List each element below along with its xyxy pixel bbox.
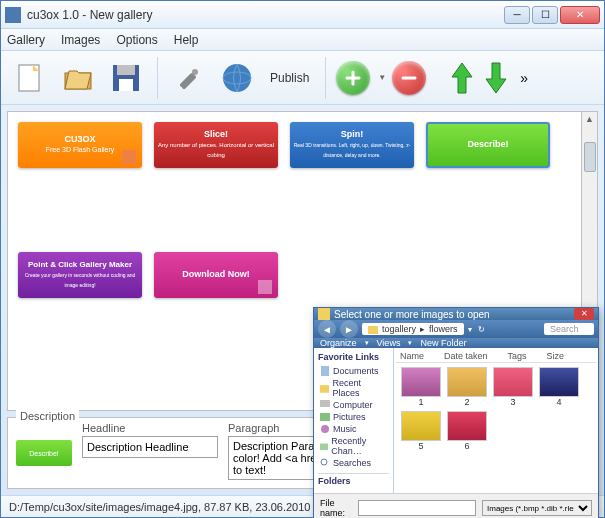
app-window: cu3ox 1.0 - New gallery ─ ☐ ✕ Gallery Im… <box>0 0 605 518</box>
app-icon <box>5 7 21 23</box>
move-up-button[interactable] <box>448 59 476 97</box>
file-open-dialog: Select one or more images to open ✕ ◄ ► … <box>313 307 599 518</box>
titlebar: cu3ox 1.0 - New gallery ─ ☐ ✕ <box>1 1 604 29</box>
svg-rect-13 <box>122 150 136 164</box>
organize-menu[interactable]: Organize <box>320 338 357 348</box>
svg-point-21 <box>321 425 329 433</box>
gallery-item[interactable]: Point & Click Gallery MakerCreate your g… <box>18 252 142 298</box>
sidebar-item-recent[interactable]: Recent Places <box>318 377 389 399</box>
gallery-item[interactable]: Slice!Any number of pieces. Horizontal o… <box>154 122 278 168</box>
dialog-bottom: File name: Images (*.bmp *.dib *.rle *.j… <box>314 493 598 518</box>
svg-rect-0 <box>5 7 21 23</box>
save-button[interactable] <box>105 57 147 99</box>
toolbar-overflow-icon[interactable]: » <box>516 70 532 86</box>
gallery-item[interactable]: Spin!Real 3D transitions. Left, right, u… <box>290 122 414 168</box>
sidebar-item-searches[interactable]: Searches <box>318 457 389 469</box>
dialog-toolbar: Organize▾ Views▾ New Folder <box>314 338 598 348</box>
dialog-title: Select one or more images to open <box>334 309 574 320</box>
dialog-icon <box>318 308 330 320</box>
headline-label: Headline <box>82 422 218 434</box>
new-folder-button[interactable]: New Folder <box>420 338 466 348</box>
gallery-item[interactable]: Download Now! <box>154 252 278 298</box>
svg-marker-11 <box>452 63 472 93</box>
views-menu[interactable]: Views <box>377 338 401 348</box>
crumb-dropdown-icon[interactable]: ▾ <box>468 325 472 334</box>
move-down-button[interactable] <box>482 59 510 97</box>
dialog-body: Favorite Links Documents Recent Places C… <box>314 348 598 493</box>
menu-gallery[interactable]: Gallery <box>7 33 45 47</box>
settings-button[interactable] <box>168 57 210 99</box>
file-thumbnail[interactable]: 6 <box>446 411 488 451</box>
menu-options[interactable]: Options <box>116 33 157 47</box>
scroll-up-icon[interactable]: ▲ <box>583 112 596 126</box>
sidebar-header: Favorite Links <box>318 352 389 362</box>
folder-icon <box>368 324 378 334</box>
file-thumbnail[interactable]: 2 <box>446 367 488 407</box>
dialog-close-button[interactable]: ✕ <box>574 308 594 320</box>
svg-rect-19 <box>320 400 330 407</box>
description-thumbnail: Describe! <box>16 440 72 466</box>
toolbar: Publish ▼ » <box>1 51 604 105</box>
svg-rect-18 <box>320 385 329 393</box>
file-thumbnail[interactable]: 4 <box>538 367 580 407</box>
sidebar-item-documents[interactable]: Documents <box>318 365 389 377</box>
publish-button[interactable] <box>216 57 258 99</box>
sidebar-item-computer[interactable]: Computer <box>318 399 389 411</box>
dialog-file-list: Name Date taken Tags Size 123456 <box>394 348 598 493</box>
menu-images[interactable]: Images <box>61 33 100 47</box>
menu-help[interactable]: Help <box>174 33 199 47</box>
open-button[interactable] <box>57 57 99 99</box>
filename-label: File name: <box>320 498 352 518</box>
maximize-button[interactable]: ☐ <box>532 6 558 24</box>
svg-rect-15 <box>318 308 330 320</box>
svg-rect-16 <box>368 326 378 334</box>
dialog-titlebar: Select one or more images to open ✕ <box>314 308 598 320</box>
column-headers[interactable]: Name Date taken Tags Size <box>396 350 596 363</box>
svg-point-9 <box>223 64 251 92</box>
headline-input[interactable] <box>82 436 218 458</box>
nav-forward-button[interactable]: ► <box>340 320 358 338</box>
svg-marker-4 <box>65 71 91 89</box>
refresh-icon[interactable]: ↻ <box>478 325 485 334</box>
gallery-item[interactable]: CU3OXFree 3D Flash Gallery <box>18 122 142 168</box>
svg-rect-7 <box>119 79 133 91</box>
dialog-sidebar: Favorite Links Documents Recent Places C… <box>314 348 394 493</box>
minimize-button[interactable]: ─ <box>504 6 530 24</box>
svg-rect-6 <box>117 65 135 75</box>
breadcrumb[interactable]: togallery ▸ flowers <box>362 323 464 335</box>
svg-point-8 <box>192 69 198 75</box>
gallery-item-selected[interactable]: Describe! <box>426 122 550 168</box>
new-button[interactable] <box>9 57 51 99</box>
nav-back-button[interactable]: ◄ <box>318 320 336 338</box>
file-filter-select[interactable]: Images (*.bmp *.dib *.rle *.jpg * <box>482 500 592 516</box>
content-area: CU3OXFree 3D Flash Gallery Slice!Any num… <box>1 105 604 417</box>
sidebar-item-music[interactable]: Music <box>318 423 389 435</box>
thumbnails-grid: CU3OXFree 3D Flash Gallery Slice!Any num… <box>8 112 581 308</box>
window-title: cu3ox 1.0 - New gallery <box>27 8 504 22</box>
file-thumbnail[interactable]: 3 <box>492 367 534 407</box>
close-button[interactable]: ✕ <box>560 6 600 24</box>
description-section-label: Description <box>16 410 79 422</box>
svg-rect-17 <box>321 366 329 376</box>
file-thumbnail[interactable]: 5 <box>400 411 442 451</box>
filename-input[interactable] <box>358 500 476 516</box>
dialog-navbar: ◄ ► togallery ▸ flowers ▾ ↻ Search <box>314 320 598 338</box>
sidebar-folders-header[interactable]: Folders <box>318 473 389 486</box>
svg-point-23 <box>321 459 327 465</box>
sidebar-item-pictures[interactable]: Pictures <box>318 411 389 423</box>
add-dropdown-icon[interactable]: ▼ <box>378 73 386 82</box>
menubar: Gallery Images Options Help <box>1 29 604 51</box>
dialog-search-input[interactable]: Search <box>544 323 594 335</box>
svg-rect-20 <box>320 413 330 421</box>
svg-rect-22 <box>320 444 328 451</box>
sidebar-item-recently-changed[interactable]: Recently Chan… <box>318 435 389 457</box>
svg-rect-14 <box>258 280 272 294</box>
publish-label[interactable]: Publish <box>270 71 309 85</box>
svg-marker-12 <box>486 63 506 93</box>
scroll-thumb[interactable] <box>584 142 596 172</box>
remove-button[interactable] <box>392 61 426 95</box>
add-button[interactable] <box>336 61 370 95</box>
file-thumbnail[interactable]: 1 <box>400 367 442 407</box>
